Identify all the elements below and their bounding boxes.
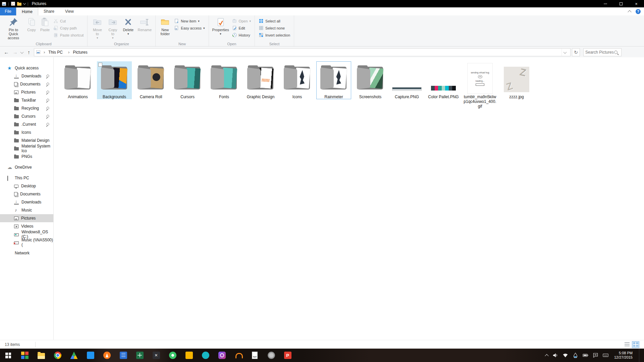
whatsapp-icon[interactable]	[164, 349, 181, 362]
address-dropdown-chevron-icon[interactable]	[561, 49, 568, 56]
file-item[interactable]: Camera Roll	[133, 61, 168, 99]
invert-selection-button[interactable]: Invert selection	[257, 32, 292, 39]
tab-file[interactable]: File	[0, 7, 16, 15]
recent-locations-chevron-icon[interactable]	[20, 51, 24, 54]
paste-button[interactable]: Paste	[38, 16, 52, 41]
history-button[interactable]: History	[230, 32, 253, 39]
sidebar-item-quick-access[interactable]: ★ Quick access	[0, 64, 53, 72]
file-explorer-icon[interactable]	[33, 349, 49, 362]
google-drive-icon[interactable]	[66, 349, 82, 362]
file-item[interactable]: sending virtual hug loading... tumblr_ma…	[463, 61, 497, 109]
potplayer-icon[interactable]	[197, 349, 214, 362]
app-grid-icon[interactable]	[16, 349, 33, 362]
qat-new-folder-icon[interactable]	[17, 3, 21, 6]
close-button[interactable]: ×	[629, 0, 644, 7]
paste-shortcut-button[interactable]: Paste shortcut	[52, 32, 85, 39]
file-item[interactable]: Capture.PNG	[389, 61, 424, 99]
instagram-icon[interactable]	[214, 349, 230, 362]
excel-icon[interactable]	[131, 349, 148, 362]
pin-to-quick-access-button[interactable]: Pin to Quick access	[2, 16, 25, 41]
sidebar-item[interactable]: Pictures	[0, 214, 53, 222]
file-item[interactable]: Cursors	[170, 61, 205, 99]
headphones-icon[interactable]	[230, 349, 247, 362]
tab-share[interactable]: Share	[38, 7, 60, 15]
file-item[interactable]: zzzz.jpg	[499, 61, 534, 99]
edit-button[interactable]: Edit	[230, 24, 253, 32]
search-icon[interactable]	[614, 51, 618, 54]
copy-button[interactable]: Copy	[25, 16, 38, 41]
tab-view[interactable]: View	[60, 7, 79, 15]
item-checkbox[interactable]	[98, 63, 102, 67]
tray-clock[interactable]: 5:08 PM 12/27/2015	[614, 351, 633, 360]
select-all-button[interactable]: Select all	[257, 17, 292, 24]
sidebar-item-this-pc[interactable]: This PC	[0, 174, 53, 182]
start-icon[interactable]	[0, 349, 16, 362]
touch-keyboard-icon[interactable]	[603, 353, 608, 358]
sidebar-item[interactable]: Material System Ico	[0, 144, 53, 153]
sidebar-item-network[interactable]: Network	[0, 249, 53, 257]
select-none-button[interactable]: Select none	[257, 24, 292, 32]
sidebar-item[interactable]: Material Design	[0, 136, 53, 144]
file-item[interactable]: Icons	[280, 61, 315, 99]
rainmeter-icon[interactable]	[263, 349, 279, 362]
search-input[interactable]	[585, 50, 614, 55]
sidebar-item[interactable]: Music (\\NAS500) (	[0, 238, 53, 246]
sidebar-item[interactable]: Recycling	[0, 104, 53, 112]
move-to-button[interactable]: Move to	[90, 16, 105, 41]
cut-button[interactable]: Cut	[52, 17, 85, 24]
minimize-button[interactable]	[598, 0, 613, 7]
action-center-icon[interactable]	[593, 353, 598, 358]
sidebar-item[interactable]: Downloads	[0, 72, 53, 80]
up-button[interactable]: ↑	[25, 49, 33, 55]
file-item[interactable]: Screenshots	[353, 61, 388, 99]
help-icon[interactable]: ?	[636, 9, 641, 14]
show-desktop-button[interactable]	[639, 349, 641, 362]
tab-home[interactable]: Home	[16, 7, 38, 15]
refresh-button[interactable]: ↻	[572, 48, 580, 56]
rename-button[interactable]: Rename	[136, 16, 153, 41]
sidebar-item[interactable]: Documents	[0, 190, 53, 198]
dark-x-app-icon[interactable]	[148, 349, 164, 362]
address-bar[interactable]: This PCPictures	[34, 48, 571, 56]
sidebar-item[interactable]: Downloads	[0, 198, 53, 206]
vlc-icon[interactable]	[99, 349, 115, 362]
wifi-icon[interactable]	[562, 353, 568, 358]
file-item[interactable]: Color Pallet.PNG	[426, 61, 461, 99]
file-item[interactable]: Backgrounds	[97, 61, 132, 99]
new-item-button[interactable]: New item	[172, 17, 206, 24]
sidebar-item[interactable]: TaskBar	[0, 96, 53, 104]
large-icons-view-button[interactable]	[632, 341, 639, 348]
battery-icon[interactable]	[583, 353, 588, 358]
volume-icon[interactable]	[552, 353, 558, 358]
breadcrumb-segment[interactable]: This PC	[41, 50, 65, 55]
hidden-icons-chevron-icon[interactable]	[545, 354, 548, 358]
qat-properties-icon[interactable]: ✓	[11, 2, 15, 6]
delete-button[interactable]: Delete	[120, 16, 136, 41]
breadcrumb-segment[interactable]: Pictures	[65, 50, 90, 55]
file-list-area[interactable]: Animations	[54, 57, 644, 340]
chrome-icon[interactable]	[49, 349, 66, 362]
sidebar-item[interactable]: Music	[0, 206, 53, 214]
new-folder-button[interactable]: New folder	[158, 16, 172, 41]
sidebar-item[interactable]: Desktop	[0, 182, 53, 190]
file-item[interactable]: Animations	[60, 61, 95, 99]
sidebar-item[interactable]: Windows8_OS (C:)	[0, 230, 53, 238]
open-button[interactable]: Open	[230, 17, 253, 24]
sidebar-item[interactable]: Pictures	[0, 88, 53, 96]
sidebar-item-onedrive[interactable]: ☁ OneDrive	[0, 163, 53, 171]
water-drop-icon[interactable]	[573, 353, 578, 358]
file-item[interactable]: Fonts	[207, 61, 241, 99]
word-icon[interactable]	[115, 349, 131, 362]
details-view-button[interactable]	[623, 341, 631, 348]
forward-button[interactable]: →	[11, 49, 19, 55]
back-button[interactable]: ←	[3, 49, 10, 55]
file-item[interactable]: Rainmeter	[316, 61, 351, 99]
properties-button[interactable]: Properties	[211, 16, 230, 41]
maximize-button[interactable]	[613, 0, 629, 7]
collapse-ribbon-icon[interactable]	[628, 10, 631, 14]
search-box[interactable]	[583, 48, 622, 56]
sidebar-item[interactable]: Icons	[0, 128, 53, 136]
file-item[interactable]: Graphic Design	[243, 61, 278, 99]
vscode-icon[interactable]	[82, 349, 99, 362]
txt-file-icon[interactable]: TXT	[247, 349, 263, 362]
